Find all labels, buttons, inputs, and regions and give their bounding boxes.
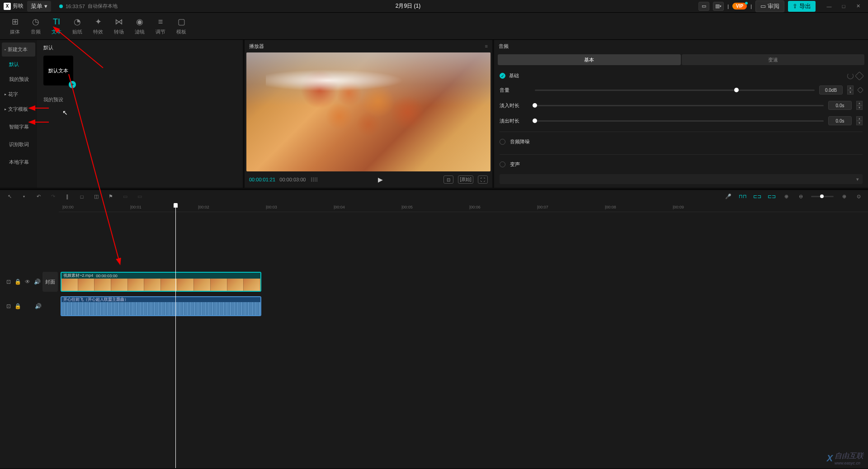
volume-value[interactable]: 0.0dB	[819, 85, 843, 95]
cover-button[interactable]: 封面	[42, 272, 58, 292]
fadeout-stepper[interactable]: ▲▼	[856, 116, 863, 125]
ratio-button[interactable]: [原始]	[458, 175, 473, 184]
video-clip-time: 00:00:03:00	[96, 274, 118, 278]
frame-icon[interactable]: ⊡	[443, 175, 453, 184]
preview-panel: 播放器 ≡ 00:00:01:21 00:00:03:00 ▶ ⊡ [原始] ⛶	[245, 40, 492, 188]
voice-checkbox[interactable]	[500, 161, 505, 167]
layout-icon-2[interactable]: ▥▾	[713, 2, 724, 11]
preview-menu-icon[interactable]: ≡	[485, 43, 488, 49]
play-button[interactable]: ▶	[321, 176, 440, 183]
review-button[interactable]: ▭ 审阅	[755, 0, 784, 12]
lock-icon[interactable]: 🔒	[14, 303, 21, 309]
delete-tool[interactable]: □	[78, 193, 86, 201]
tool-disabled-1: ▭	[121, 193, 129, 201]
crop-tool[interactable]: ◫	[92, 193, 100, 201]
sidebar-item-recognize-lyrics[interactable]: 识别歌词	[2, 137, 35, 152]
tab-audio[interactable]: ◷音频	[25, 17, 46, 35]
split-tool[interactable]: ‖	[63, 193, 71, 201]
zoom-out-button[interactable]: ⊖	[797, 193, 805, 201]
timeline-ruler[interactable]: |00:00 |00:01 |00:02 |00:03 |00:04 |00:0…	[59, 203, 868, 212]
keyframe-icon[interactable]	[855, 71, 864, 81]
magnet-tool-1[interactable]: ⊓⊓	[739, 193, 747, 201]
zoom-slider[interactable]	[811, 196, 834, 197]
audio-tab-basic[interactable]: 基本	[498, 54, 681, 65]
menu-button[interactable]: 菜单 ▾	[27, 1, 51, 12]
vip-badge[interactable]: VIP	[732, 3, 747, 9]
fullscreen-icon[interactable]: ⛶	[478, 175, 488, 184]
align-tool[interactable]: ⊕	[782, 193, 790, 201]
audio-panel: 音频 基本 变速 ✓ 基础 音量 0.0dB ▲▼	[494, 40, 868, 188]
tab-template[interactable]: ▢模板	[171, 17, 192, 35]
add-text-button[interactable]: +	[69, 81, 76, 88]
volume-slider[interactable]	[535, 90, 815, 91]
app-name: 剪映	[13, 2, 24, 10]
speaker-icon[interactable]: 🔊	[35, 303, 42, 309]
preview-viewport[interactable]	[246, 52, 491, 171]
text-content-area: 默认 默认文本 + 我的预设	[37, 40, 243, 188]
text-panel: •新建文本 默认 我的预设 ▸花字 ▸文字模板 智能字幕 识别歌词 本地字幕 默…	[0, 40, 243, 188]
zoom-in-button[interactable]: ⊕	[840, 193, 848, 201]
fadein-stepper[interactable]: ▲▼	[856, 101, 863, 110]
export-button[interactable]: ⇧ 导出	[788, 1, 816, 12]
eye-icon[interactable]: 👁	[25, 279, 30, 285]
audio-track-row: ⊡ 🔒 🔊 开心往前飞（开心超人联盟主题曲）	[0, 295, 868, 317]
lock-icon[interactable]: 🔒	[14, 279, 21, 285]
magnet-tool-2[interactable]: ⊏⊐	[753, 193, 761, 201]
sidebar-item-local-subtitle[interactable]: 本地字幕	[2, 155, 35, 169]
maximize-button[interactable]: □	[837, 2, 850, 11]
fadeout-slider[interactable]	[535, 120, 824, 122]
track-toggle-icon[interactable]: ⊡	[6, 279, 11, 285]
cursor-tool[interactable]: ↖	[5, 193, 14, 201]
sidebar-item-default[interactable]: 默认	[2, 57, 35, 71]
preview-controls: 00:00:01:21 00:00:03:00 ▶ ⊡ [原始] ⛶	[245, 171, 492, 188]
sidebar-item-new-text[interactable]: •新建文本	[2, 43, 35, 57]
undo-button[interactable]: ↶	[34, 193, 42, 201]
cursor-dropdown[interactable]: ▾	[20, 193, 28, 201]
media-icon: ⊞	[12, 17, 19, 27]
audio-tab-speed[interactable]: 变速	[682, 54, 865, 65]
zoom-fit-button[interactable]: ⊙	[854, 193, 863, 201]
tab-text[interactable]: TI文本	[46, 17, 67, 35]
mic-icon[interactable]: 🎤	[724, 193, 732, 201]
my-presets-label: 我的预设	[43, 96, 236, 103]
playhead[interactable]	[175, 203, 176, 468]
voice-select[interactable]: ▾	[500, 174, 863, 184]
audio-clip-name: 开心往前飞（开心超人联盟主题曲）	[63, 297, 128, 303]
fadein-value[interactable]: 0.0s	[828, 101, 852, 110]
volume-keyframe-icon[interactable]	[857, 87, 863, 93]
noise-checkbox[interactable]	[500, 139, 505, 145]
magnet-tool-3[interactable]: ⊏⊐	[768, 193, 776, 201]
export-icon: ⇧	[793, 3, 797, 9]
audio-clip[interactable]: 开心往前飞（开心超人联盟主题曲）	[61, 296, 261, 316]
tab-effect[interactable]: ✦特效	[88, 17, 108, 35]
timeline-toolbar: ↖ ▾ ↶ ↷ ‖ □ ◫ ⚑ ▭ ▭ 🎤 ⊓⊓ ⊏⊐ ⊏⊐ ⊕ ⊖ ⊕ ⊙	[0, 189, 868, 203]
sidebar-item-text-template[interactable]: ▸文字模板	[2, 102, 35, 116]
close-button[interactable]: ✕	[852, 2, 864, 11]
layout-icon-1[interactable]: ▭	[698, 2, 709, 11]
volume-stepper[interactable]: ▲▼	[847, 85, 854, 95]
redo-button[interactable]: ↷	[49, 193, 57, 201]
basic-checkbox[interactable]: ✓	[500, 73, 505, 79]
speaker-icon[interactable]: 🔊	[34, 279, 41, 285]
voice-label: 变声	[510, 161, 520, 168]
volume-label: 音量	[500, 87, 530, 94]
fadein-slider[interactable]	[535, 105, 824, 106]
text-icon: TI	[53, 17, 60, 27]
flag-tool[interactable]: ⚑	[107, 193, 115, 201]
tab-filter[interactable]: ◉滤镜	[129, 17, 150, 35]
tab-media[interactable]: ⊞媒体	[5, 17, 25, 35]
fadeout-value[interactable]: 0.0s	[828, 116, 852, 125]
reset-icon[interactable]	[847, 73, 854, 79]
sticker-icon: ◔	[74, 17, 81, 27]
tab-adjust[interactable]: ≡调节	[150, 17, 171, 35]
minimize-button[interactable]: —	[823, 2, 835, 11]
sidebar-item-my-presets[interactable]: 我的预设	[2, 72, 35, 86]
sidebar-item-smart-subtitle[interactable]: 智能字幕	[2, 120, 35, 134]
default-text-card[interactable]: 默认文本 +	[43, 56, 73, 85]
tab-transition[interactable]: ⋈转场	[108, 17, 129, 35]
video-clip[interactable]: 视频素材~2.mp4 00:00:03:00	[61, 272, 261, 292]
track-toggle-icon[interactable]: ⊡	[6, 303, 11, 309]
logo-icon: X	[4, 3, 11, 10]
sidebar-item-fancy-text[interactable]: ▸花字	[2, 87, 35, 101]
tab-sticker[interactable]: ◔贴纸	[67, 17, 88, 35]
